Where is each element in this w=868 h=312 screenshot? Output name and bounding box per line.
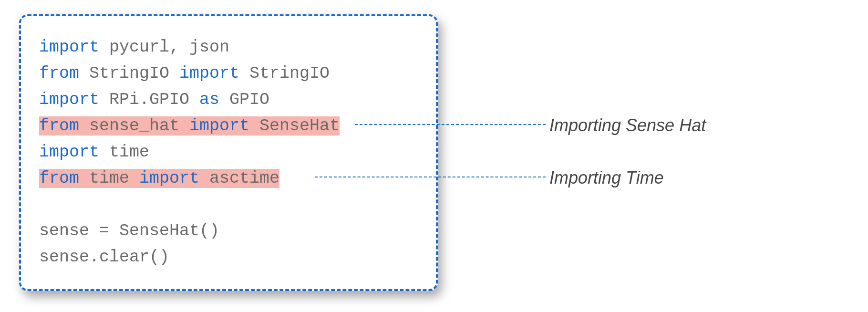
code-line-5: import time [39, 139, 436, 166]
connector-line-time [315, 177, 546, 177]
code-line-2: from StringIO import StringIO [39, 61, 436, 87]
highlight-time: from time import asctime [39, 169, 279, 188]
code-text: StringIO [239, 64, 330, 83]
keyword: import [39, 38, 99, 57]
code-line-9: sense.clear() [39, 244, 436, 270]
keyword: as [199, 90, 219, 109]
code-line-blank [39, 192, 436, 218]
code-line-8: sense = SenseHat() [39, 218, 436, 244]
code-text: pycurl, json [99, 38, 229, 57]
code-text: GPIO [219, 90, 269, 109]
keyword: import [179, 64, 239, 83]
annotation-time: Importing Time [546, 166, 668, 190]
keyword: import [39, 90, 99, 109]
highlight-sensehat: from sense_hat import SenseHat [39, 116, 340, 135]
keyword: from [39, 169, 79, 188]
keyword: import [139, 169, 199, 188]
code-text: time [99, 143, 149, 162]
keyword: import [39, 143, 99, 162]
code-line-3: import RPi.GPIO as GPIO [39, 87, 436, 113]
code-text: asctime [199, 169, 279, 188]
keyword: from [39, 116, 79, 135]
code-line-4: from sense_hat import SenseHat [39, 113, 436, 139]
code-text: sense_hat [79, 116, 189, 135]
code-text: RPi.GPIO [99, 90, 199, 109]
code-text: StringIO [79, 64, 179, 83]
keyword: from [39, 64, 79, 83]
annotation-sensehat: Importing Sense Hat [546, 114, 710, 137]
code-line-1: import pycurl, json [39, 34, 436, 61]
code-text: SenseHat [249, 116, 340, 135]
code-block: import pycurl, json from StringIO import… [19, 14, 438, 291]
connector-line-sensehat [355, 124, 546, 125]
code-line-6: from time import asctime [39, 166, 436, 192]
code-text: time [79, 169, 139, 188]
keyword: import [189, 116, 249, 135]
